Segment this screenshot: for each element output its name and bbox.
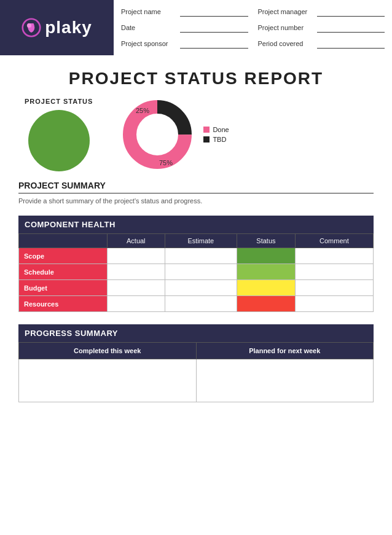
progress-header-row: Completed this week Planned for next wee… xyxy=(19,343,374,359)
row-label-resources: Resources xyxy=(19,296,108,312)
field-label-period-covered: Period covered xyxy=(258,40,313,47)
component-health-header-row: Actual Estimate Status Comment xyxy=(19,234,374,248)
resources-status xyxy=(237,296,296,312)
status-label: PROJECT STATUS xyxy=(25,98,93,105)
field-date: Date xyxy=(121,21,248,34)
component-health-section: COMPONENT HEALTH Actual Estimate Status … xyxy=(0,216,392,312)
col-planned-next-week: Planned for next week xyxy=(196,343,374,359)
field-line-project-manager[interactable] xyxy=(317,7,385,17)
svg-text:25%: 25% xyxy=(136,107,149,114)
plaky-logo-icon xyxy=(22,18,41,37)
logo-text: plaky xyxy=(45,18,92,37)
col-header-comment: Comment xyxy=(295,234,373,248)
field-label-project-manager: Project manager xyxy=(258,8,313,15)
scope-estimate[interactable] xyxy=(165,248,237,264)
logo-area: plaky xyxy=(0,0,114,55)
legend-tbd: TBD xyxy=(203,136,229,143)
field-project-sponsor: Project sponsor xyxy=(121,37,248,50)
resources-actual[interactable] xyxy=(108,296,165,312)
field-label-project-name: Project name xyxy=(121,8,176,15)
scope-actual[interactable] xyxy=(108,248,165,264)
status-section: PROJECT STATUS 25% 75% Done TBD xyxy=(0,95,392,174)
legend-dot-tbd xyxy=(203,136,210,143)
planned-next-week-cell[interactable] xyxy=(196,359,374,402)
project-summary-text: Provide a short summary of the project's… xyxy=(18,197,374,205)
budget-status xyxy=(237,280,296,296)
field-label-project-sponsor: Project sponsor xyxy=(121,40,176,47)
legend-label-done: Done xyxy=(213,126,229,133)
field-line-date[interactable] xyxy=(180,23,248,33)
schedule-comment[interactable] xyxy=(295,264,373,280)
component-health-table: Actual Estimate Status Comment Scope Sch… xyxy=(18,233,374,312)
page-title: PROJECT STATUS REPORT xyxy=(0,69,392,88)
col-completed-this-week: Completed this week xyxy=(19,343,197,359)
donut-chart: 25% 75% xyxy=(117,95,197,174)
field-line-period-covered[interactable] xyxy=(317,39,385,49)
donut-legend: Done TBD xyxy=(203,126,229,143)
schedule-actual[interactable] xyxy=(108,264,165,280)
scope-status xyxy=(237,248,296,264)
field-project-manager: Project manager xyxy=(258,5,385,18)
col-header-actual: Actual xyxy=(108,234,165,248)
table-row: Scope xyxy=(19,248,374,264)
table-row: Resources xyxy=(19,296,374,312)
row-label-scope: Scope xyxy=(19,248,108,264)
budget-comment[interactable] xyxy=(295,280,373,296)
svg-text:75%: 75% xyxy=(159,159,173,166)
header-fields: Project name Project manager Date Projec… xyxy=(114,0,392,55)
table-row: Budget xyxy=(19,280,374,296)
scope-comment[interactable] xyxy=(295,248,373,264)
col-header-status: Status xyxy=(237,234,296,248)
progress-summary-section: PROGRESS SUMMARY Completed this week Pla… xyxy=(0,324,392,402)
svg-point-1 xyxy=(27,23,31,28)
field-line-project-name[interactable] xyxy=(180,7,248,17)
progress-data-row xyxy=(19,359,374,402)
budget-actual[interactable] xyxy=(108,280,165,296)
resources-comment[interactable] xyxy=(295,296,373,312)
completed-this-week-cell[interactable] xyxy=(19,359,197,402)
field-line-project-number[interactable] xyxy=(317,23,385,33)
field-project-number: Project number xyxy=(258,21,385,34)
field-project-name: Project name xyxy=(121,5,248,18)
field-label-project-number: Project number xyxy=(258,24,313,31)
component-health-title: COMPONENT HEALTH xyxy=(18,216,374,233)
donut-with-legend: 25% 75% Done TBD xyxy=(117,95,229,174)
green-circle-status xyxy=(28,110,90,171)
schedule-status xyxy=(237,264,296,280)
status-left: PROJECT STATUS xyxy=(25,98,93,171)
project-summary-section: PROJECT SUMMARY Provide a short summary … xyxy=(0,181,392,205)
field-period-covered: Period covered xyxy=(258,37,385,50)
field-label-date: Date xyxy=(121,24,176,31)
legend-done: Done xyxy=(203,126,229,133)
project-summary-title: PROJECT SUMMARY xyxy=(18,181,374,193)
field-line-project-sponsor[interactable] xyxy=(180,39,248,49)
table-row: Schedule xyxy=(19,264,374,280)
col-header-estimate: Estimate xyxy=(165,234,237,248)
legend-label-tbd: TBD xyxy=(213,136,226,143)
row-label-budget: Budget xyxy=(19,280,108,296)
budget-estimate[interactable] xyxy=(165,280,237,296)
progress-summary-title: PROGRESS SUMMARY xyxy=(18,324,374,342)
col-header-empty xyxy=(19,234,108,248)
schedule-estimate[interactable] xyxy=(165,264,237,280)
resources-estimate[interactable] xyxy=(165,296,237,312)
row-label-schedule: Schedule xyxy=(19,264,108,280)
header: plaky Project name Project manager Date … xyxy=(0,0,392,55)
progress-summary-table: Completed this week Planned for next wee… xyxy=(18,342,374,402)
legend-dot-done xyxy=(203,127,210,133)
